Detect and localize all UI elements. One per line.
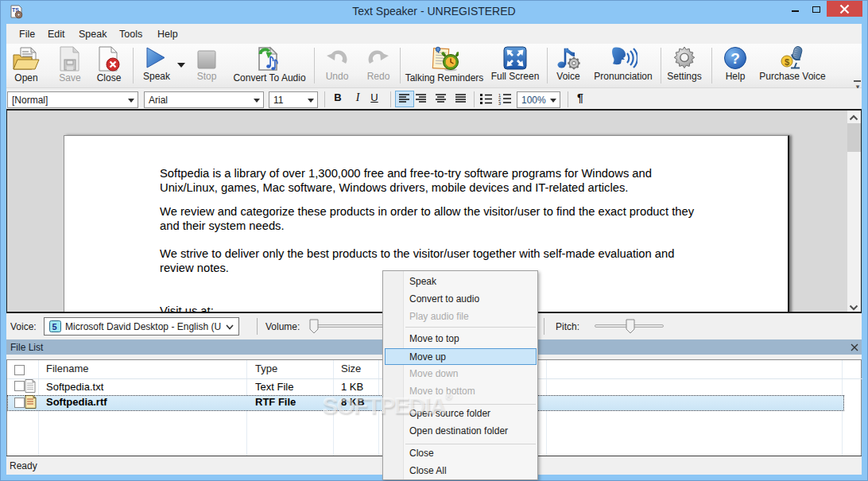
svg-text:?: ?: [730, 50, 740, 67]
svg-text:5: 5: [52, 322, 57, 332]
svg-text:3: 3: [498, 101, 501, 105]
svg-text:$: $: [785, 57, 789, 67]
